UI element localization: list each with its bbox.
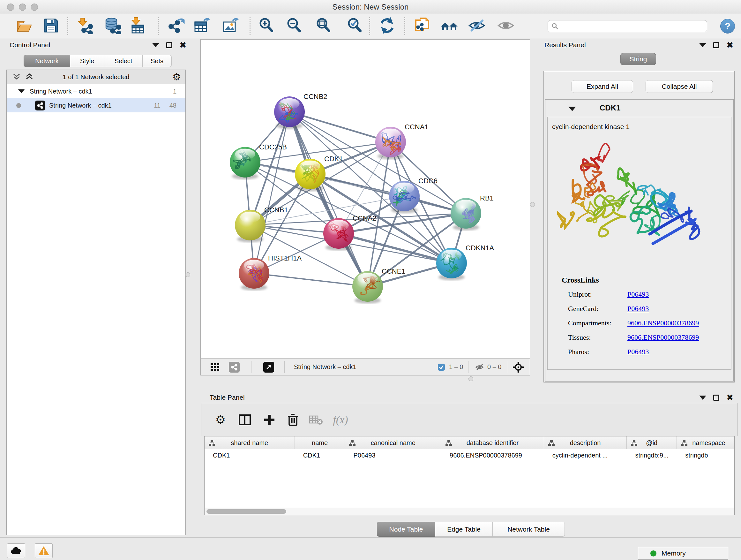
tab-network-table[interactable]: Network Table (493, 522, 565, 537)
table-panel-title: Table Panel (210, 394, 245, 401)
results-panel-title: Results Panel (544, 41, 586, 49)
function-builder-button[interactable]: f(x) (332, 411, 349, 429)
horizontal-scrollbar[interactable] (205, 508, 735, 515)
column-header[interactable]: shared name (205, 436, 295, 449)
result-node-collapse-icon[interactable] (568, 107, 576, 111)
cloud-button[interactable] (7, 543, 25, 558)
zoom-fit-button[interactable] (314, 16, 333, 35)
left-splitter-handle[interactable] (185, 272, 190, 277)
column-header[interactable]: database identifier (441, 436, 544, 449)
table-panel-close-icon[interactable]: ✖ (726, 394, 733, 401)
column-header[interactable]: namespace (677, 436, 734, 449)
table-options-button[interactable]: ⚙ (212, 411, 229, 429)
tab-select[interactable]: Select (105, 55, 143, 67)
scrollbar-thumb[interactable] (206, 509, 286, 514)
zoom-in-button[interactable] (257, 16, 276, 35)
delete-column-button[interactable] (284, 411, 302, 429)
column-header[interactable]: @id (627, 436, 677, 449)
show-all-button[interactable] (496, 16, 516, 35)
node-CDKN1A (436, 248, 467, 280)
table-header-row: shared name name canonical name database… (205, 436, 734, 449)
table-panel-header: Table Panel ✖ (201, 392, 738, 403)
table-panel-float-icon[interactable] (713, 395, 719, 401)
eye-slash-icon (468, 17, 486, 34)
results-panel-float-icon[interactable] (713, 42, 719, 48)
node-CCNE1 (352, 271, 383, 304)
tab-edge-table[interactable]: Edge Table (435, 522, 493, 537)
network-share-button[interactable] (229, 362, 240, 373)
search-input[interactable] (559, 21, 707, 31)
titlebar: Session: New Session (0, 0, 741, 14)
import-network-database-button[interactable] (103, 16, 122, 35)
apply-layout-button[interactable] (378, 16, 397, 35)
collection-expand-icon[interactable] (18, 89, 24, 93)
export-image-button[interactable] (221, 16, 240, 35)
open-in-window-button[interactable] (263, 362, 274, 373)
share-nodes-icon (231, 364, 238, 371)
column-header[interactable]: canonical name (345, 436, 441, 449)
open-session-button[interactable] (15, 16, 34, 35)
import-network-file-button[interactable] (75, 16, 94, 35)
svg-text:CCNE1: CCNE1 (382, 267, 406, 275)
network-canvas[interactable]: CCNB2CCNA1CDC25BCDK1CDC6RB1CCNB1CCNA2CDK… (201, 40, 530, 358)
bottom-splitter-handle[interactable] (468, 376, 473, 381)
column-header[interactable]: description (544, 436, 627, 449)
help-button[interactable]: ? (720, 19, 735, 34)
export-table-button[interactable] (192, 16, 211, 35)
network-collection-row[interactable]: String Network – cdk1 1 (7, 84, 185, 98)
column-header[interactable]: name (295, 436, 345, 449)
show-columns-button[interactable] (236, 411, 254, 429)
control-panel-float-icon[interactable] (166, 42, 172, 48)
results-panel-close-icon[interactable]: ✖ (726, 42, 733, 48)
zoom-out-button[interactable] (285, 16, 304, 35)
network-row[interactable]: String Network – cdk1 11 48 (7, 98, 185, 112)
crosslink-link[interactable]: 9606.ENSP00000378699 (627, 319, 699, 327)
zoom-selected-button[interactable] (345, 16, 364, 35)
birdseye-grid-button[interactable] (210, 362, 220, 373)
memory-status-dot (650, 550, 657, 557)
copy-style-button[interactable] (413, 16, 432, 35)
search-icon (551, 22, 559, 30)
export-network-button[interactable] (167, 16, 186, 35)
crosslink-link[interactable]: 9606.ENSP00000378699 (627, 333, 699, 341)
svg-text:CDC6: CDC6 (418, 177, 437, 185)
first-neighbors-button[interactable] (440, 16, 459, 35)
crosslink-link[interactable]: P06493 (627, 290, 649, 299)
right-splitter-handle[interactable] (530, 202, 535, 207)
import-table-file-button[interactable] (128, 16, 147, 35)
network-list-box: 1 of 1 Network selected ⚙ String Network… (6, 70, 186, 535)
warnings-button[interactable] (35, 543, 53, 558)
delete-table-button[interactable] (307, 411, 325, 429)
tab-sets[interactable]: Sets (143, 55, 172, 67)
arrow-up-right-icon (265, 364, 272, 371)
column-type-icon (630, 440, 637, 446)
control-panel-menu-icon[interactable] (152, 43, 159, 47)
table-row[interactable]: CDK1 CDK1 P06493 9606.ENSP00000378699 cy… (205, 449, 734, 461)
add-column-button[interactable] (260, 411, 278, 429)
control-panel-close-icon[interactable]: ✖ (179, 42, 186, 48)
table-panel-menu-icon[interactable] (699, 395, 706, 400)
export-image-icon (222, 17, 239, 34)
crosslink-label: Compartments: (568, 319, 611, 327)
tab-network[interactable]: Network (23, 55, 70, 67)
expand-all-button[interactable]: Expand All (571, 80, 633, 93)
network-list-options-icon[interactable]: ⚙ (172, 72, 181, 82)
tab-string[interactable]: String (620, 53, 656, 65)
save-session-button[interactable] (42, 16, 61, 35)
toolbar-separator (404, 17, 405, 35)
memory-button[interactable]: Memory (638, 547, 728, 560)
crosslink-link[interactable]: P06493 (627, 305, 649, 313)
control-panel-title: Control Panel (10, 41, 50, 49)
collapse-all-button[interactable]: Collapse All (646, 80, 713, 93)
import-table-icon (129, 17, 146, 34)
toolbar-separator (67, 17, 68, 35)
tab-style[interactable]: Style (70, 55, 105, 67)
tab-node-table[interactable]: Node Table (377, 522, 435, 537)
fit-content-button[interactable] (513, 362, 524, 373)
open-folder-icon (16, 17, 32, 34)
table-toolbar: ⚙ (201, 403, 738, 436)
results-panel-menu-icon[interactable] (699, 43, 706, 47)
hide-selected-button[interactable] (468, 16, 487, 35)
result-node-header[interactable]: CDK1 (545, 100, 733, 117)
crosslink-link[interactable]: P06493 (627, 348, 649, 356)
